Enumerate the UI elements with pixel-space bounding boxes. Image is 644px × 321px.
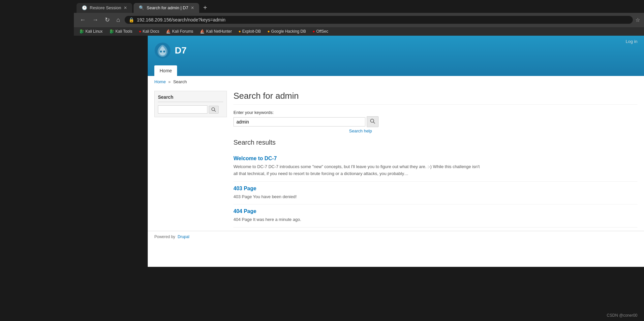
result-item-3: 404 Page 404 Page It was here a minute a… [233,204,637,228]
bookmark-kali-docs-label: Kali Docs [142,29,159,34]
sidebar-search-button[interactable] [209,106,219,114]
breadcrumb-home-link[interactable]: Home [154,79,166,84]
search-icon [211,107,216,112]
sidebar-search-block: Search [154,91,227,117]
page-title: Search for admin [233,91,637,105]
tab-search-close[interactable]: × [191,5,194,11]
offsec-icon: ● [313,29,315,34]
tab-restore-close[interactable]: × [124,5,127,11]
tab-search-icon: 🔍 [139,5,144,10]
sidebar-search-input[interactable] [158,105,207,114]
content-area: Search for admin Enter your keywords: Se… [233,91,637,228]
tab-search-label: Search for admin | D7 [147,5,188,10]
results-heading: Search results [233,139,637,146]
breadcrumb-separator: » [168,79,170,84]
browser-outer: 🕐 Restore Session × 🔍 Search for admin |… [74,0,644,267]
svg-line-4 [214,110,216,112]
google-hacking-icon: ● [267,29,270,34]
kali-linux-icon: 🐉 [79,29,84,34]
site-nav: Home [154,65,637,76]
search-input-row [233,116,637,127]
bookmark-kali-docs[interactable]: ● Kali Docs [138,28,161,34]
refresh-button[interactable]: ↻ [103,15,112,25]
nav-actions: ☆ [635,17,640,23]
bookmark-google-hacking[interactable]: ● Google Hacking DB [266,28,307,34]
svg-point-2 [163,51,165,53]
bookmark-kali-tools[interactable]: 🐉 Kali Tools [108,28,134,34]
csdn-credit: CSDN @coner00 [607,313,637,318]
tab-restore-label: Restore Session [90,5,121,10]
site-name: D7 [175,45,187,56]
nav-bar: ← → ↻ ⌂ 🔒 ☆ [74,13,644,27]
bookmark-kali-forums-label: Kali Forums [172,29,193,34]
search-form: Enter your keywords: Search help [233,110,637,133]
left-panel [0,0,74,321]
add-tab-button[interactable]: + [200,3,210,13]
bookmark-exploit-db-label: Exploit-DB [242,29,261,34]
bookmark-google-hacking-label: Google Hacking DB [271,29,306,34]
kali-docs-icon: ● [139,29,141,34]
back-button[interactable]: ← [78,15,88,25]
svg-line-6 [373,122,375,124]
bookmark-kali-nethunter[interactable]: ⛵ Kali NetHunter [199,28,233,34]
site-footer: Powered by Drupal [148,231,644,242]
kali-tools-icon: 🐉 [109,29,114,34]
tab-search-admin[interactable]: 🔍 Search for admin | D7 × [134,3,199,13]
result-item-1: Welcome to DC-7 Welcome to DC-7 DC-7 int… [233,152,637,182]
bookmark-kali-linux[interactable]: 🐉 Kali Linux [78,28,104,34]
bookmark-kali-nethunter-label: Kali NetHunter [206,29,232,34]
drupal-link[interactable]: Drupal [178,234,189,239]
keywords-label: Enter your keywords: [233,110,637,115]
exploit-db-icon: ● [238,29,241,34]
home-button[interactable]: ⌂ [114,15,122,25]
login-link[interactable]: Log in [626,39,637,44]
result-excerpt-2: 403 Page You have been denied! [233,194,481,200]
bookmark-kali-linux-label: Kali Linux [85,29,103,34]
site-header: Log in D7 Home [148,36,644,76]
bookmark-exploit-db[interactable]: ● Exploit-DB [237,28,262,34]
search-help-link[interactable]: Search help [233,128,372,133]
result-title-3[interactable]: 404 Page [233,208,637,214]
lock-icon: 🔒 [129,17,134,22]
bookmark-offsec-label: OffSec [316,29,328,34]
main-content: Search Search for admin [148,88,644,231]
kali-forums-icon: ⛵ [166,29,171,34]
drupal-logo-icon [154,42,171,59]
result-excerpt-3: 404 Page It was here a minute ago. [233,216,481,223]
forward-button[interactable]: → [90,15,100,25]
kali-nethunter-icon: ⛵ [200,29,205,34]
address-bar[interactable]: 🔒 [125,16,633,24]
svg-point-1 [160,51,162,53]
site-logo-area: D7 [154,42,637,62]
tab-restore-icon: 🕐 [82,5,87,10]
result-title-1[interactable]: Welcome to DC-7 [233,156,637,161]
sidebar-search-row [158,105,223,114]
sidebar: Search [154,91,227,228]
search-submit-icon [370,118,376,124]
bookmark-kali-forums[interactable]: ⛵ Kali Forums [165,28,195,34]
bookmark-button[interactable]: ☆ [635,17,640,23]
result-item-2: 403 Page 403 Page You have been denied! [233,182,637,205]
tab-restore-session[interactable]: 🕐 Restore Session × [77,3,132,13]
tab-bar: 🕐 Restore Session × 🔍 Search for admin |… [74,0,644,13]
sidebar-block-title: Search [158,94,223,102]
breadcrumb-current: Search [173,79,187,84]
site-wrapper: Log in D7 Home Home » Search [148,36,644,267]
bookmark-offsec[interactable]: ● OffSec [311,28,330,34]
result-title-2[interactable]: 403 Page [233,186,637,192]
breadcrumb: Home » Search [148,76,644,88]
keywords-input[interactable] [233,117,365,126]
search-submit-button[interactable] [367,116,379,127]
result-excerpt-1: Welcome to DC-7 DC-7 introduces some "ne… [233,163,481,177]
svg-point-3 [212,108,215,111]
bookmarks-bar: 🐉 Kali Linux 🐉 Kali Tools ● Kali Docs ⛵ … [74,27,644,36]
nav-home[interactable]: Home [154,65,177,76]
url-input[interactable] [137,17,629,22]
powered-by-text: Powered by [154,234,175,239]
bookmark-kali-tools-label: Kali Tools [115,29,132,34]
